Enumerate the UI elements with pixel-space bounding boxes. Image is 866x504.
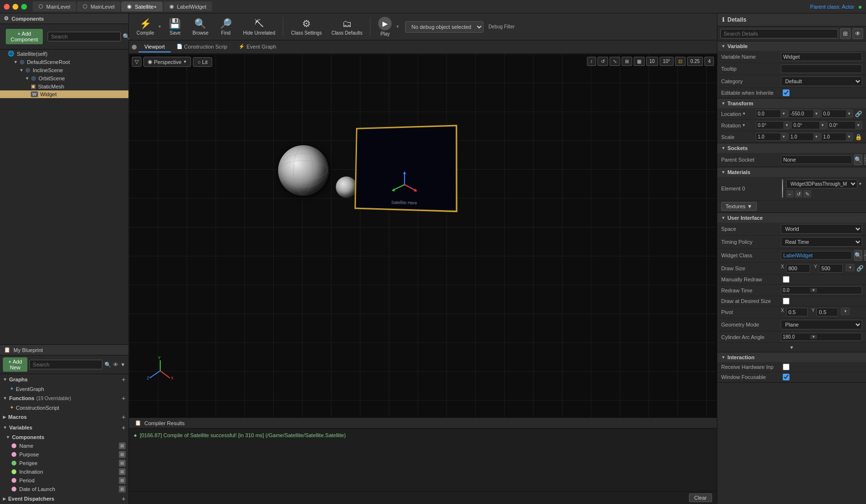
var-edit-btn[interactable]: ⊞ — [119, 468, 126, 475]
rotate-tool[interactable]: ↺ — [598, 57, 608, 66]
category-select[interactable]: Default — [781, 76, 862, 86]
play-dropdown-arrow[interactable]: ▼ — [395, 25, 399, 29]
section-macros[interactable]: ▶ Macros + — [0, 412, 128, 422]
save-button[interactable]: 💾 Save — [164, 16, 187, 38]
section-functions[interactable]: ▼ Functions (19 Overridable) + — [0, 393, 128, 403]
receive-hw-checkbox[interactable] — [783, 364, 790, 370]
editable-checkbox[interactable] — [783, 89, 790, 96]
material-select[interactable]: Widget3DPassThrough_M — [786, 179, 857, 189]
variable-name-input[interactable] — [781, 52, 862, 61]
rotation-label[interactable]: Rotation ▼ — [721, 123, 754, 128]
section-graphs[interactable]: ▼ Graphs + — [0, 374, 128, 385]
location-y-input[interactable] — [789, 110, 813, 117]
geometry-mode-select[interactable]: Plane — [781, 320, 862, 329]
tab-construction-script[interactable]: 📄 Construction Scrip — [171, 42, 233, 52]
mat-browse-btn[interactable]: ← — [786, 190, 794, 198]
eye-icon[interactable]: 👁 — [113, 362, 118, 367]
add-new-button[interactable]: + Add New — [3, 357, 27, 372]
compile-button[interactable]: ⚡ Compile — [133, 16, 158, 38]
compile-dropdown-arrow[interactable]: ▼ — [158, 25, 162, 29]
section-event-dispatchers[interactable]: ▶ Event Dispatchers + — [0, 493, 128, 504]
space-select[interactable]: World — [781, 224, 862, 234]
tree-item-staticmesh[interactable]: ▣ StaticMesh — [0, 82, 128, 90]
transform-section-header[interactable]: ▼ Transform — [717, 99, 866, 108]
widget-class-input[interactable] — [781, 251, 852, 260]
location-lock-btn[interactable]: 🔗 — [855, 111, 862, 117]
scale-x-input[interactable] — [756, 133, 780, 140]
var-edit-btn[interactable]: ⊞ — [119, 477, 126, 484]
var-edit-btn[interactable]: ⊞ — [119, 442, 126, 449]
pivot-x-input[interactable] — [786, 308, 808, 316]
rotation-y-input[interactable] — [792, 122, 819, 129]
tree-item-inclinescene[interactable]: ▼ ◎ InclineScene — [0, 66, 128, 74]
clear-button[interactable]: Clear — [689, 493, 712, 502]
location-x-arrow[interactable]: ▼ — [780, 110, 787, 117]
var-edit-btn[interactable]: ⊞ — [119, 460, 126, 466]
tab-satellite[interactable]: ◉ Satellite+ — [121, 1, 163, 12]
scale-z-input[interactable] — [822, 133, 846, 140]
debug-selector[interactable]: No debug object selected — [405, 21, 484, 33]
perspective-btn[interactable]: ◉ Perspective ▼ — [143, 57, 191, 67]
sockets-section-header[interactable]: ▼ Sockets — [717, 143, 866, 153]
rotation-x-arrow[interactable]: ▼ — [783, 122, 790, 129]
pivot-y-input[interactable] — [816, 308, 838, 316]
details-layout-btn[interactable]: ⊞ — [840, 28, 851, 39]
expand-more-btn[interactable]: ▼ — [717, 343, 866, 352]
maximize-button[interactable] — [21, 4, 27, 10]
tree-item-widget[interactable]: W Widget — [0, 90, 128, 98]
cylinder-arc-arrow[interactable]: ▼ — [810, 335, 817, 339]
mat-edit-btn[interactable]: ✎ — [803, 190, 811, 198]
translate-tool[interactable]: ↕ — [587, 57, 596, 66]
location-label[interactable]: Location ▼ — [721, 111, 754, 117]
find-button[interactable]: 🔎 Find — [214, 16, 237, 38]
minimize-button[interactable] — [13, 4, 18, 10]
add-dispatcher-button[interactable]: + — [122, 495, 126, 503]
scale-z-arrow[interactable]: ▼ — [846, 133, 853, 140]
var-name[interactable]: Name ⊞ — [0, 441, 128, 450]
viewport[interactable]: ▽ ◉ Perspective ▼ ○ Lit ↕ — [129, 54, 717, 417]
section-components-bp[interactable]: ▼ Components — [0, 433, 128, 441]
pivot-arrow[interactable]: ▼ — [841, 308, 850, 315]
scale-y-arrow[interactable]: ▼ — [813, 133, 820, 140]
redraw-time-input[interactable] — [781, 287, 810, 294]
mat-reset-btn[interactable]: ↺ — [795, 190, 802, 198]
redraw-time-arrow[interactable]: ▼ — [810, 288, 817, 292]
var-period[interactable]: Period ⊞ — [0, 476, 128, 485]
eventgraph-item[interactable]: ✦ EventGraph — [0, 385, 128, 393]
debug-filter-label[interactable]: Debug Filter — [485, 23, 517, 30]
browse-button[interactable]: 🔍 Browse — [189, 16, 212, 38]
scale-lock-btn[interactable]: 🔒 — [855, 134, 862, 140]
tab-labelwidget[interactable]: ◉ LabelWidget — [164, 1, 212, 12]
var-perigee[interactable]: Perigee ⊞ — [0, 459, 128, 467]
construction-script-item[interactable]: ✦ ConstructionScript — [0, 403, 128, 412]
scale-y-input[interactable] — [789, 133, 813, 140]
window-focusable-checkbox[interactable] — [783, 374, 790, 380]
hide-unrelated-button[interactable]: ⛏ Hide Unrelated — [239, 16, 279, 38]
tab-mainlevel2[interactable]: ⬡ MainLevel — [77, 1, 120, 12]
tab-viewport[interactable]: Viewport — [139, 42, 171, 52]
grid-toggle[interactable]: ▦ — [634, 57, 645, 66]
tab-event-graph[interactable]: ⚡ Event Graph — [233, 42, 282, 52]
var-date-of-launch[interactable]: Date of Launch ⊞ — [0, 485, 128, 493]
manually-redraw-checkbox[interactable] — [783, 276, 790, 283]
blueprint-search[interactable] — [29, 360, 102, 369]
location-z-arrow[interactable]: ▼ — [846, 110, 853, 117]
tree-item-orbitscene[interactable]: ▼ ◎ OrbitScene — [0, 74, 128, 82]
draw-size-lock[interactable]: 🔗 — [856, 265, 864, 272]
close-button[interactable] — [4, 4, 10, 10]
add-function-button[interactable]: + — [122, 394, 126, 402]
variable-section-header[interactable]: ▼ Variable — [717, 41, 866, 51]
draw-size-arrow[interactable]: ▼ — [846, 264, 854, 271]
var-edit-btn[interactable]: ⊞ — [119, 451, 126, 458]
rotation-z-arrow[interactable]: ▼ — [855, 122, 862, 129]
timing-policy-select[interactable]: Real Time — [781, 237, 862, 247]
add-component-button[interactable]: + Add Component — [6, 29, 43, 44]
rotation-z-input[interactable] — [828, 122, 855, 129]
socket-input[interactable] — [781, 155, 852, 164]
scale-x-arrow[interactable]: ▼ — [780, 133, 787, 140]
add-variable-button[interactable]: + — [122, 424, 126, 431]
rotation-y-arrow[interactable]: ▼ — [819, 122, 826, 129]
draw-desired-checkbox[interactable] — [783, 298, 790, 304]
section-variables[interactable]: ▼ Variables + — [0, 422, 128, 433]
var-inclination[interactable]: Inclination ⊞ — [0, 467, 128, 476]
